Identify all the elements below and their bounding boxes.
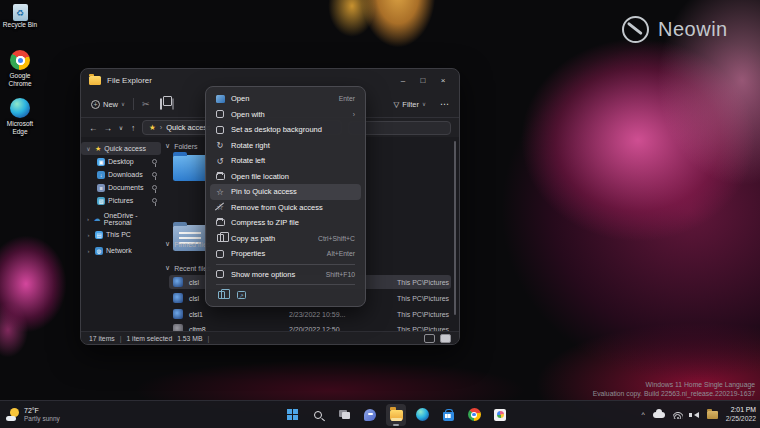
tray-chevron-icon[interactable]: ^ [641,411,644,418]
recent-locations-button[interactable]: ∨ [118,124,124,131]
menu-separator [216,284,355,285]
chevron-right-icon: › [160,123,163,132]
sidebar-item-downloads[interactable]: ↓ Downloads [81,168,161,181]
close-button[interactable]: × [433,72,453,88]
filter-button[interactable]: ▽ Filter ∨ [394,100,426,109]
new-button[interactable]: + New ∨ [91,100,125,109]
pin-icon [152,172,157,177]
details-view-button[interactable] [424,334,435,343]
chat-icon [364,409,376,421]
minimize-button[interactable]: – [393,72,413,88]
menu-item-open[interactable]: Open Enter [210,91,361,107]
pin-icon [152,198,157,203]
copy-icon[interactable] [218,291,225,299]
edge-button[interactable] [412,404,432,426]
volume-icon[interactable] [691,412,699,418]
paste-button[interactable] [172,99,174,109]
menu-item-set-as-desktop-background[interactable]: Set as desktop background [210,122,361,138]
menu-item-remove-from-quick-access[interactable]: ☆ Remove from Quick access [210,200,361,216]
start-button[interactable] [282,404,302,426]
folder-icon [89,76,101,85]
chevron-down-icon: ∨ [121,101,125,107]
cut-button[interactable]: ✂ [142,99,150,109]
status-bar: 17 items | 1 item selected 1.53 MB | [81,331,459,344]
vertical-scrollbar[interactable] [454,141,456,315]
sidebar-item-this-pc[interactable]: › ▤ This PC [81,228,161,241]
section-recent-files-header[interactable]: ∨ Recent files [165,264,211,272]
pin-icon [152,185,157,190]
unpin-star-icon: ☆ [215,202,225,212]
photos-button[interactable] [490,404,510,426]
show-more-icon [215,270,225,278]
file-explorer-button[interactable] [386,404,406,426]
neowin-logo: Neowin [622,16,728,43]
funnel-icon: ▽ [394,100,400,109]
menu-item-rotate-left[interactable]: ↺ Rotate left [210,153,361,169]
pin-icon [152,159,157,164]
weather-widget[interactable]: 72°F Partly sunny [6,407,60,423]
sidebar-item-documents[interactable]: ≡ Documents [81,181,161,194]
menu-separator [216,264,355,265]
menu-item-open-file-location[interactable]: Open file location [210,169,361,185]
chevron-right-icon[interactable]: › [85,248,92,254]
menu-item-rotate-right[interactable]: ↻ Rotate right [210,138,361,154]
taskbar-apps [282,404,510,426]
onedrive-tray-icon[interactable] [653,412,665,418]
menu-item-copy-as-path[interactable]: Copy as path Ctrl+Shift+C [210,231,361,247]
taskbar: 72°F Partly sunny ^ 2:01 PM 2/25/2022 [0,400,760,428]
back-button[interactable]: ← [89,123,98,133]
folder-tile[interactable] [173,155,207,181]
sidebar-item-network[interactable]: › ◍ Network [81,244,161,257]
plus-icon: + [91,100,100,109]
onedrive-cloud-icon: ☁ [94,215,101,223]
sidebar-item-pictures[interactable]: ▨ Pictures [81,194,161,207]
chevron-right-icon[interactable]: › [85,232,92,238]
see-more-button[interactable]: ⋯ [440,99,449,109]
chevron-right-icon[interactable]: › [85,216,91,222]
folder-tray-icon[interactable] [707,411,718,419]
file-explorer-icon [390,410,403,420]
copy-button[interactable] [160,99,162,109]
maximize-button[interactable]: □ [413,72,433,88]
up-button[interactable]: ↑ [130,123,136,133]
item-count: 17 items [89,335,115,342]
section-pinned-files-header[interactable]: ∨ Pinned files [165,240,210,248]
task-view-button[interactable] [334,404,354,426]
search-button[interactable] [308,404,328,426]
paste-icon [172,98,174,110]
store-button[interactable] [438,404,458,426]
chrome-icon [10,50,30,70]
chrome-button[interactable] [464,404,484,426]
chrome-icon [468,408,481,421]
share-icon[interactable]: ↗ [237,291,246,299]
menu-item-open-with[interactable]: Open with › [210,107,361,123]
sidebar-item-quick-access[interactable]: ∨ ★ Quick access [81,142,161,155]
recycle-bin-icon: ♻ [13,4,28,21]
navigation-pane: ∨ ★ Quick access ▣ Desktop ↓ Downloads ≡… [81,137,161,331]
desktop-icon-recycle-bin[interactable]: ♻ Recycle Bin [2,4,38,29]
open-photo-icon [215,95,225,103]
clock[interactable]: 2:01 PM 2/25/2022 [726,406,756,423]
menu-item-properties[interactable]: Properties Alt+Enter [210,246,361,262]
menu-item-pin-to-quick-access[interactable]: ☆ Pin to Quick access [210,184,361,200]
forward-button[interactable]: → [104,123,113,133]
this-pc-icon: ▤ [95,231,103,239]
chevron-down-icon[interactable]: ∨ [85,145,92,152]
wifi-icon[interactable] [673,411,683,419]
large-icons-view-button[interactable] [440,334,451,343]
desktop-icon-microsoft-edge[interactable]: Microsoft Edge [2,98,38,135]
sidebar-item-onedrive[interactable]: › ☁ OneDrive - Personal [81,212,161,225]
wallpaper-icon [215,126,225,134]
desktop-icon-google-chrome[interactable]: Google Chrome [2,50,38,87]
chat-button[interactable] [360,404,380,426]
pictures-icon: ▨ [97,197,105,205]
rotate-right-icon: ↻ [215,140,225,150]
section-folders-header[interactable]: ∨ Folders [165,142,197,150]
evaluation-watermark: Windows 11 Home Single Language Evaluati… [593,381,755,398]
edge-icon [10,98,30,118]
copy-icon [160,98,162,110]
menu-item-compress-to-zip[interactable]: Compress to ZIP file [210,215,361,231]
menu-item-show-more-options[interactable]: Show more options Shift+F10 [210,267,361,283]
sidebar-item-desktop[interactable]: ▣ Desktop [81,155,161,168]
file-row[interactable]: clsl1 2/23/2022 10:59... This PC\Picture… [169,307,451,321]
